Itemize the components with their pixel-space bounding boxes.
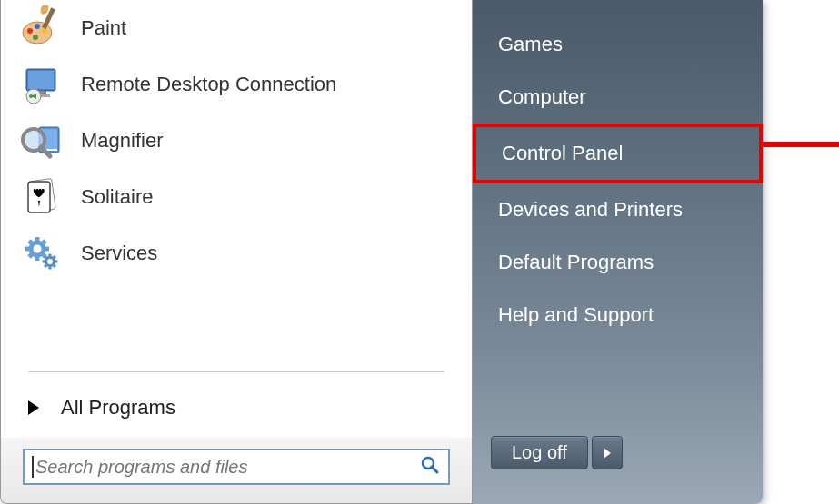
system-item-games[interactable]: Games — [473, 18, 763, 71]
all-programs-label: All Programs — [61, 396, 175, 420]
programs-list: Paint Remote Desktop Connection — [1, 0, 472, 362]
services-icon — [19, 231, 65, 276]
solitaire-icon — [19, 174, 65, 220]
svg-point-30 — [45, 257, 54, 265]
svg-rect-8 — [28, 71, 54, 89]
program-item-paint[interactable]: Paint — [8, 0, 464, 56]
logoff-button[interactable]: Log off — [491, 436, 588, 469]
program-label: Magnifier — [81, 129, 163, 153]
system-item-help-support[interactable]: Help and Support — [473, 289, 763, 341]
logoff-area: Log off — [473, 429, 763, 486]
search-input[interactable] — [35, 457, 419, 478]
search-icon — [419, 454, 441, 479]
svg-line-38 — [54, 256, 55, 258]
svg-line-40 — [432, 467, 437, 472]
svg-point-2 — [35, 24, 40, 29]
programs-panel: Paint Remote Desktop Connection — [0, 0, 473, 504]
svg-line-26 — [29, 241, 32, 243]
divider — [28, 371, 444, 372]
system-item-control-panel[interactable]: Control Panel — [473, 124, 763, 183]
program-label: Paint — [81, 16, 126, 40]
magnifier-icon — [19, 118, 65, 163]
paint-icon — [19, 5, 65, 51]
svg-line-36 — [54, 265, 55, 267]
svg-point-21 — [31, 242, 44, 255]
svg-point-1 — [27, 28, 33, 34]
chevron-right-icon — [604, 448, 611, 459]
program-label: Solitaire — [81, 185, 153, 209]
system-panel: Games Computer Control Panel Devices and… — [473, 0, 763, 504]
all-programs-button[interactable]: All Programs — [1, 381, 472, 438]
program-label: Services — [81, 242, 157, 265]
program-item-solitaire[interactable]: Solitaire — [8, 169, 464, 225]
logoff-options-button[interactable] — [592, 436, 623, 469]
svg-point-4 — [33, 35, 38, 40]
svg-line-37 — [45, 265, 46, 267]
program-item-magnifier[interactable]: Magnifier — [8, 113, 464, 169]
svg-point-3 — [42, 28, 47, 34]
system-item-devices-printers[interactable]: Devices and Printers — [473, 183, 763, 236]
system-item-computer[interactable]: Computer — [473, 71, 763, 124]
system-item-default-programs[interactable]: Default Programs — [473, 236, 763, 289]
svg-line-35 — [45, 256, 46, 258]
start-menu: Paint Remote Desktop Connection — [0, 0, 763, 504]
search-area — [1, 438, 472, 503]
text-cursor — [32, 456, 34, 478]
svg-line-29 — [43, 241, 45, 243]
program-item-services[interactable]: Services — [8, 225, 464, 282]
search-box[interactable] — [23, 449, 450, 485]
program-item-remote-desktop[interactable]: Remote Desktop Connection — [8, 56, 464, 113]
svg-line-28 — [29, 254, 32, 257]
svg-point-12 — [29, 94, 33, 98]
annotation-arrow — [759, 142, 839, 147]
program-label: Remote Desktop Connection — [81, 73, 336, 96]
remote-desktop-icon — [19, 62, 65, 107]
triangle-right-icon — [28, 400, 39, 415]
